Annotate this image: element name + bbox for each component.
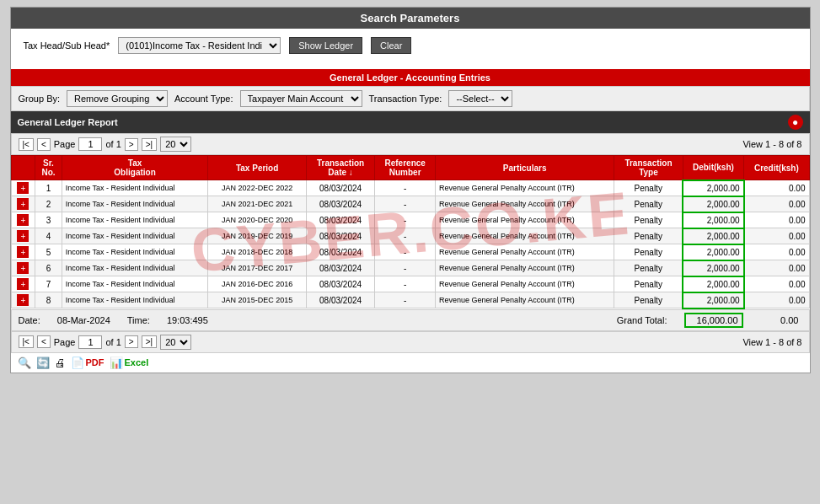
transaction-date-cell: 08/03/2024: [306, 292, 374, 308]
col-sr-no: Sr.No.: [35, 156, 62, 180]
particulars-cell: Revenue General Penalty Account (ITR): [436, 260, 614, 276]
col-debit: Debit(ksh): [683, 156, 743, 180]
col-particulars: Particulars: [436, 156, 614, 180]
expand-row-button[interactable]: +: [17, 294, 29, 306]
transaction-type-cell: Penalty: [614, 244, 683, 260]
ledger-table: Sr.No. TaxObligation Tax Period Transact…: [11, 155, 810, 309]
table-row: +5Income Tax - Resident IndividualJAN 20…: [11, 244, 809, 260]
bottom-page-input[interactable]: [78, 335, 102, 349]
refresh-icon[interactable]: 🔄: [36, 357, 50, 369]
particulars-cell: Revenue General Penalty Account (ITR): [436, 292, 614, 308]
transaction-type-select[interactable]: --Select--: [448, 90, 512, 107]
expand-row-button[interactable]: +: [17, 198, 29, 210]
last-page-button[interactable]: >|: [142, 138, 157, 151]
excel-icon: 📊: [110, 357, 123, 369]
sr-no-cell: 3: [35, 212, 62, 228]
sr-no-cell: 8: [35, 292, 62, 308]
page-label: Page: [54, 139, 76, 149]
tax-obligation-cell: Income Tax - Resident Individual: [62, 228, 208, 244]
transaction-date-cell: 08/03/2024: [306, 196, 374, 212]
tax-head-label: Tax Head/Sub Head*: [24, 40, 110, 51]
reference-number-cell: -: [375, 292, 436, 308]
debit-cell: 2,000.00: [683, 228, 743, 244]
credit-cell: 0.00: [744, 276, 809, 292]
tax-obligation-cell: Income Tax - Resident Individual: [62, 292, 208, 308]
tax-obligation-cell: Income Tax - Resident Individual: [62, 212, 208, 228]
table-row: +3Income Tax - Resident IndividualJAN 20…: [11, 212, 809, 228]
sr-no-cell: 5: [35, 244, 62, 260]
export-bar: 🔍 🔄 🖨 📄 PDF 📊 Excel: [11, 353, 810, 373]
tax-period-cell: JAN 2020-DEC 2020: [208, 212, 306, 228]
col-transaction-type: TransactionType: [614, 156, 683, 180]
credit-cell: 0.00: [744, 260, 809, 276]
prev-page-button[interactable]: <: [37, 138, 51, 151]
credit-cell: 0.00: [744, 244, 809, 260]
tax-head-select[interactable]: (0101)Income Tax - Resident Indi: [118, 37, 281, 54]
tax-period-cell: JAN 2021-DEC 2021: [208, 196, 306, 212]
account-type-select[interactable]: Taxpayer Main Account: [240, 90, 362, 107]
view-range-label: View 1 - 8 of 8: [742, 139, 801, 149]
bottom-of-label: of 1: [105, 337, 121, 347]
bottom-view-range-label: View 1 - 8 of 8: [742, 337, 801, 347]
debit-cell: 2,000.00: [683, 292, 743, 308]
bottom-last-page-button[interactable]: >|: [142, 335, 157, 348]
expand-row-button[interactable]: +: [17, 230, 29, 242]
debit-cell: 2,000.00: [683, 212, 743, 228]
first-page-button[interactable]: |<: [19, 138, 34, 151]
print-icon[interactable]: 🖨: [55, 357, 66, 369]
particulars-cell: Revenue General Penalty Account (ITR): [436, 212, 614, 228]
reference-number-cell: -: [375, 260, 436, 276]
search-icon[interactable]: 🔍: [18, 357, 31, 369]
bottom-first-page-button[interactable]: |<: [19, 335, 34, 348]
transaction-type-cell: Penalty: [614, 180, 683, 196]
expand-row-button[interactable]: +: [17, 246, 29, 258]
transaction-type-cell: Penalty: [614, 292, 683, 308]
sr-no-cell: 7: [35, 276, 62, 292]
bottom-next-page-button[interactable]: >: [125, 335, 138, 348]
table-row: +1Income Tax - Resident IndividualJAN 20…: [11, 180, 809, 196]
expand-row-button[interactable]: +: [17, 262, 29, 274]
bottom-prev-page-button[interactable]: <: [37, 335, 51, 348]
col-tax-obligation: TaxObligation: [62, 156, 208, 180]
tax-period-cell: JAN 2019-DEC 2019: [208, 228, 306, 244]
per-page-select[interactable]: 20: [160, 137, 191, 152]
page-title: Search Parameters: [11, 8, 810, 29]
expand-row-button[interactable]: +: [17, 278, 29, 290]
debit-cell: 2,000.00: [683, 244, 743, 260]
expand-row-button[interactable]: +: [17, 182, 29, 194]
particulars-cell: Revenue General Penalty Account (ITR): [436, 180, 614, 196]
page-input[interactable]: [78, 137, 102, 151]
credit-cell: 0.00: [744, 212, 809, 228]
group-by-select[interactable]: Remove Grouping: [67, 90, 168, 107]
report-title-bar: General Ledger Report ●: [11, 111, 810, 133]
date-label: Date:: [19, 315, 40, 325]
pdf-export-button[interactable]: 📄 PDF: [71, 357, 105, 369]
credit-cell: 0.00: [744, 292, 809, 308]
expand-row-button[interactable]: +: [17, 214, 29, 226]
transaction-date-cell: 08/03/2024: [306, 260, 374, 276]
pdf-icon: 📄: [71, 357, 84, 369]
table-row: +8Income Tax - Resident IndividualJAN 20…: [11, 292, 809, 308]
show-ledger-button[interactable]: Show Ledger: [289, 37, 362, 54]
next-page-button[interactable]: >: [125, 138, 138, 151]
general-ledger-header: General Ledger - Accounting Entries: [11, 69, 810, 86]
account-type-label: Account Type:: [174, 94, 233, 104]
transaction-type-cell: Penalty: [614, 212, 683, 228]
grand-total-credit: 0.00: [760, 314, 802, 326]
collapse-button[interactable]: ●: [788, 115, 803, 130]
bottom-per-page-select[interactable]: 20: [160, 335, 191, 350]
col-transaction-date: TransactionDate ↓: [306, 156, 374, 180]
credit-cell: 0.00: [744, 180, 809, 196]
tax-obligation-cell: Income Tax - Resident Individual: [62, 260, 208, 276]
debit-cell: 2,000.00: [683, 260, 743, 276]
clear-button[interactable]: Clear: [371, 37, 411, 54]
bottom-page-label: Page: [54, 337, 76, 347]
transaction-type-cell: Penalty: [614, 276, 683, 292]
col-sr: [11, 156, 35, 180]
reference-number-cell: -: [375, 228, 436, 244]
bottom-pagination-bar: |< < Page of 1 > >| 20 View 1 - 8 of 8: [11, 331, 810, 353]
top-pagination-bar: |< < Page of 1 > >| 20 View 1 - 8 of 8: [11, 133, 810, 155]
group-by-label: Group By:: [19, 94, 61, 104]
excel-export-button[interactable]: 📊 Excel: [110, 357, 149, 369]
report-title: General Ledger Report: [18, 117, 118, 127]
